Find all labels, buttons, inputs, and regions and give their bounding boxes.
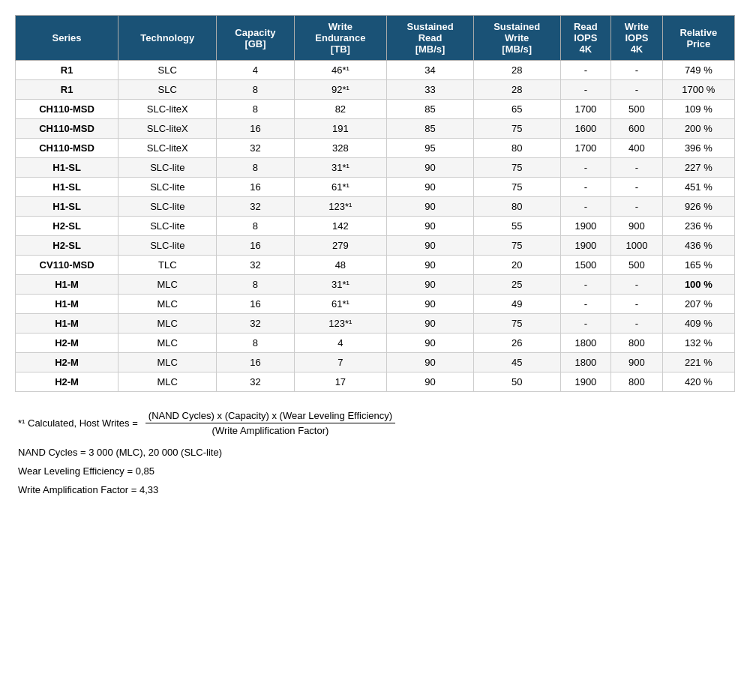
table-cell: 92*¹ bbox=[294, 80, 387, 100]
table-row: R1SLC892*¹3328--1700 % bbox=[16, 80, 735, 100]
table-cell: 32 bbox=[217, 197, 294, 217]
table-row: H2-MMLC321790501900800420 % bbox=[16, 372, 735, 392]
col-sustained-write: SustainedWrite[MB/s] bbox=[473, 16, 560, 61]
table-cell: 8 bbox=[217, 158, 294, 178]
table-cell: 123*¹ bbox=[294, 314, 387, 334]
table-cell: 1700 bbox=[560, 139, 611, 158]
table-cell: 109 % bbox=[662, 100, 734, 119]
table-row: H1-SLSLC-lite32123*¹9080--926 % bbox=[16, 197, 735, 217]
table-cell: 90 bbox=[387, 197, 474, 217]
table-cell: 16 bbox=[217, 178, 294, 197]
table-cell: 31*¹ bbox=[294, 158, 387, 178]
table-cell: 749 % bbox=[662, 61, 734, 80]
table-cell: MLC bbox=[118, 372, 217, 392]
table-cell: MLC bbox=[118, 314, 217, 334]
table-cell: MLC bbox=[118, 334, 217, 353]
table-cell: 75 bbox=[473, 236, 560, 256]
table-cell: - bbox=[611, 178, 662, 197]
table-cell: 90 bbox=[387, 353, 474, 372]
footnote-nand-cycles: NAND Cycles = 3 000 (MLC), 20 000 (SLC-l… bbox=[18, 447, 732, 458]
table-cell: - bbox=[611, 61, 662, 80]
table-cell: 90 bbox=[387, 178, 474, 197]
table-cell: 65 bbox=[473, 100, 560, 119]
table-cell: CH110-MSD bbox=[16, 100, 118, 119]
table-cell: 926 % bbox=[662, 197, 734, 217]
main-container: Series Technology Capacity[GB] WriteEndu… bbox=[15, 15, 735, 495]
table-cell: 207 % bbox=[662, 295, 734, 314]
table-cell: - bbox=[560, 158, 611, 178]
table-row: H1-SLSLC-lite1661*¹9075--451 % bbox=[16, 178, 735, 197]
table-cell: 90 bbox=[387, 275, 474, 295]
table-cell: 800 bbox=[611, 372, 662, 392]
table-cell: TLC bbox=[118, 256, 217, 275]
table-cell: 31*¹ bbox=[294, 275, 387, 295]
table-cell: 48 bbox=[294, 256, 387, 275]
table-row: CV110-MSDTLC324890201500500165 % bbox=[16, 256, 735, 275]
table-cell: H1-M bbox=[16, 314, 118, 334]
table-cell: - bbox=[611, 80, 662, 100]
table-cell: 1900 bbox=[560, 217, 611, 236]
table-cell: H1-SL bbox=[16, 178, 118, 197]
table-cell: 90 bbox=[387, 295, 474, 314]
table-cell: 900 bbox=[611, 217, 662, 236]
table-row: H2-SLSLC-lite814290551900900236 % bbox=[16, 217, 735, 236]
table-cell: 46*¹ bbox=[294, 61, 387, 80]
table-cell: H2-M bbox=[16, 353, 118, 372]
table-cell: 90 bbox=[387, 158, 474, 178]
table-cell: 80 bbox=[473, 139, 560, 158]
table-cell: 55 bbox=[473, 217, 560, 236]
table-cell: 20 bbox=[473, 256, 560, 275]
table-cell: 4 bbox=[217, 61, 294, 80]
table-cell: 32 bbox=[217, 314, 294, 334]
table-cell: - bbox=[560, 80, 611, 100]
table-cell: 7 bbox=[294, 353, 387, 372]
col-capacity: Capacity[GB] bbox=[217, 16, 294, 61]
fn1-numerator: (NAND Cycles) x (Capacity) x (Wear Level… bbox=[146, 410, 395, 423]
table-cell: 1700 bbox=[560, 100, 611, 119]
table-cell: MLC bbox=[118, 275, 217, 295]
col-sustained-read: SustainedRead[MB/s] bbox=[387, 16, 474, 61]
table-cell: 1700 % bbox=[662, 80, 734, 100]
table-cell: 90 bbox=[387, 256, 474, 275]
table-cell: 16 bbox=[217, 119, 294, 139]
table-cell: 75 bbox=[473, 119, 560, 139]
table-cell: 500 bbox=[611, 100, 662, 119]
table-cell: 8 bbox=[217, 80, 294, 100]
table-cell: 95 bbox=[387, 139, 474, 158]
table-cell: SLC-lite bbox=[118, 236, 217, 256]
col-relative-price: RelativePrice bbox=[662, 16, 734, 61]
table-cell: SLC bbox=[118, 80, 217, 100]
table-cell: 75 bbox=[473, 314, 560, 334]
table-cell: R1 bbox=[16, 80, 118, 100]
table-cell: 132 % bbox=[662, 334, 734, 353]
table-cell: H1-SL bbox=[16, 197, 118, 217]
col-write-iops: WriteIOPS4K bbox=[611, 16, 662, 61]
table-cell: 75 bbox=[473, 158, 560, 178]
table-row: H2-MMLC8490261800800132 % bbox=[16, 334, 735, 353]
table-cell: CH110-MSD bbox=[16, 139, 118, 158]
table-cell: SLC-liteX bbox=[118, 119, 217, 139]
table-cell: - bbox=[560, 275, 611, 295]
table-cell: 123*¹ bbox=[294, 197, 387, 217]
col-write-endurance: WriteEndurance[TB] bbox=[294, 16, 387, 61]
table-cell: 16 bbox=[217, 236, 294, 256]
table-cell: - bbox=[560, 197, 611, 217]
table-cell: SLC bbox=[118, 61, 217, 80]
table-cell: 8 bbox=[217, 217, 294, 236]
table-cell: 1900 bbox=[560, 372, 611, 392]
table-cell: 800 bbox=[611, 334, 662, 353]
table-cell: SLC-lite bbox=[118, 178, 217, 197]
table-cell: 142 bbox=[294, 217, 387, 236]
table-cell: - bbox=[611, 158, 662, 178]
table-row: H1-MMLC1661*¹9049--207 % bbox=[16, 295, 735, 314]
table-cell: 25 bbox=[473, 275, 560, 295]
table-cell: 227 % bbox=[662, 158, 734, 178]
table-cell: 90 bbox=[387, 314, 474, 334]
table-cell: 1800 bbox=[560, 334, 611, 353]
table-row: H1-SLSLC-lite831*¹9075--227 % bbox=[16, 158, 735, 178]
table-cell: 4 bbox=[294, 334, 387, 353]
table-cell: 1600 bbox=[560, 119, 611, 139]
table-cell: MLC bbox=[118, 295, 217, 314]
table-cell: 400 bbox=[611, 139, 662, 158]
table-cell: 85 bbox=[387, 119, 474, 139]
